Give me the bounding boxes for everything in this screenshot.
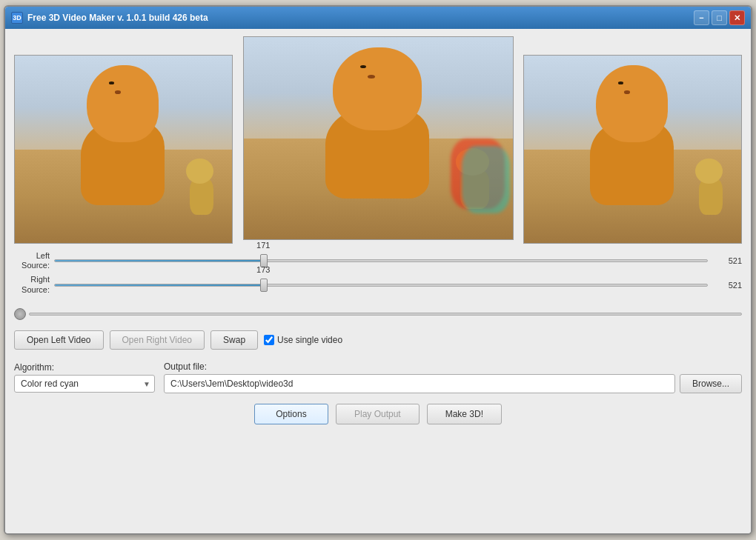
cyan-ghost <box>462 146 510 213</box>
left-source-fill <box>55 260 264 261</box>
left-source-track[interactable] <box>54 259 708 262</box>
timon-body <box>190 179 213 215</box>
single-video-text: Use single video <box>277 335 342 345</box>
algorithm-label: Algorithm: <box>14 362 155 373</box>
browse-button[interactable]: Browse... <box>680 374 742 393</box>
maximize-button[interactable]: □ <box>712 10 727 25</box>
simba-figure <box>69 65 188 206</box>
right-timon <box>692 159 731 215</box>
main-content: Left Source: 171 521 Right Source: 173 <box>5 29 751 533</box>
output-file-label: Output file: <box>164 361 742 372</box>
play-output-button[interactable]: Play Output <box>336 404 420 424</box>
open-right-button[interactable]: Open Right Video <box>110 330 205 350</box>
simba-face <box>102 71 141 106</box>
swap-button[interactable]: Swap <box>210 330 258 350</box>
output-file-row: Browse... <box>164 374 742 393</box>
right-source-fill <box>55 284 264 286</box>
right-source-slider-wrapper: 173 <box>54 279 708 292</box>
right-source-thumb[interactable] <box>260 279 268 292</box>
left-video-preview <box>14 55 233 244</box>
left-video-scene <box>15 56 232 243</box>
right-source-value: 173 <box>256 265 270 274</box>
left-source-row: Left Source: 171 521 <box>14 251 742 270</box>
single-video-label[interactable]: Use single video <box>264 335 342 345</box>
close-button[interactable]: ✕ <box>729 10 745 25</box>
video-buttons-row: Open Left Video Open Right Video Swap Us… <box>14 330 742 350</box>
playback-row <box>14 308 742 320</box>
playback-track[interactable] <box>29 313 742 316</box>
right-timon-body <box>699 179 723 215</box>
anaglyph-overlay <box>244 37 513 239</box>
simba-nose <box>115 90 121 94</box>
algorithm-select[interactable]: Color red cyan Half color red cyan Wimme… <box>14 375 155 393</box>
minimize-button[interactable]: − <box>694 10 709 25</box>
timon-head <box>186 159 213 184</box>
make-3d-button[interactable]: Make 3D! <box>427 404 502 424</box>
right-simba <box>578 65 697 206</box>
left-source-value: 171 <box>256 241 270 250</box>
right-video-preview <box>523 55 742 244</box>
right-source-row: Right Source: 173 521 <box>14 275 742 294</box>
title-bar: 3D Free 3D Video Maker v. 1.0.1 build 42… <box>5 7 751 29</box>
right-source-track[interactable] <box>54 284 708 287</box>
video-previews <box>14 36 742 244</box>
algorithm-select-wrapper: Color red cyan Half color red cyan Wimme… <box>14 375 155 393</box>
options-button[interactable]: Options <box>254 404 328 424</box>
right-simba-face <box>611 71 650 106</box>
right-simba-head <box>596 65 668 142</box>
window-controls: − □ ✕ <box>694 10 745 25</box>
center-video-scene <box>244 37 513 239</box>
left-source-label: Left Source: <box>14 251 50 270</box>
right-simba-eye <box>618 81 623 84</box>
open-left-button[interactable]: Open Left Video <box>14 330 104 350</box>
right-source-max: 521 <box>712 281 742 290</box>
output-file-input[interactable] <box>164 374 675 393</box>
right-simba-nose <box>624 90 630 94</box>
sliders-section: Left Source: 171 521 Right Source: 173 <box>14 250 742 301</box>
action-buttons-row: Options Play Output Make 3D! <box>14 404 742 427</box>
simba-eye <box>109 81 113 84</box>
settings-row: Algorithm: Color red cyan Half color red… <box>14 361 742 393</box>
right-video-scene <box>524 56 741 243</box>
right-timon-head <box>695 159 723 184</box>
app-icon: 3D <box>11 12 23 24</box>
left-source-slider-wrapper: 171 <box>54 254 708 267</box>
left-source-max: 521 <box>712 256 742 265</box>
playback-thumb[interactable] <box>14 308 26 320</box>
center-video-preview <box>243 36 514 240</box>
right-source-label: Right Source: <box>14 275 50 294</box>
output-file-group: Output file: Browse... <box>164 361 742 393</box>
simba-head <box>87 65 159 142</box>
timon-figure <box>182 159 222 215</box>
window-title: Free 3D Video Maker v. 1.0.1 build 426 b… <box>27 13 694 23</box>
single-video-checkbox[interactable] <box>264 335 274 345</box>
algorithm-group: Algorithm: Color red cyan Half color red… <box>14 362 155 393</box>
